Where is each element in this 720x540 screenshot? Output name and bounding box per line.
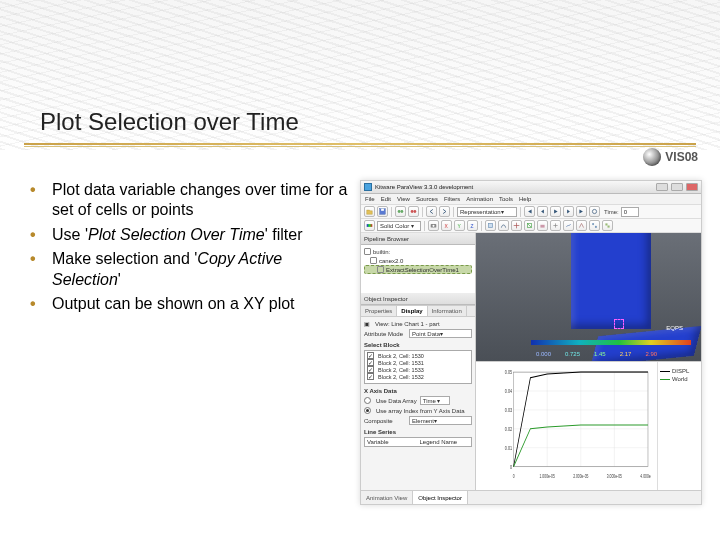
disconnect-button[interactable] <box>408 206 419 217</box>
svg-rect-1 <box>381 209 384 211</box>
app-icon <box>364 183 372 191</box>
filter-clip-button[interactable] <box>511 220 522 231</box>
col-legend: Legend Name <box>420 439 470 445</box>
menu-file[interactable]: File <box>365 196 375 202</box>
filter-threshold-button[interactable] <box>537 220 548 231</box>
logo-orb-icon <box>643 148 661 166</box>
filter-warp-button[interactable] <box>576 220 587 231</box>
svg-text:1.000e-05: 1.000e-05 <box>540 473 556 479</box>
block-checkbox[interactable] <box>367 359 374 366</box>
vcr-play-button[interactable] <box>550 206 561 217</box>
block-list[interactable]: Block 2, Cell: 1530Block 2, Cell: 1531Bl… <box>364 350 472 384</box>
filter-group-button[interactable] <box>589 220 600 231</box>
title-divider <box>24 143 696 149</box>
menu-help[interactable]: Help <box>519 196 531 202</box>
tab-properties[interactable]: Properties <box>361 306 397 316</box>
bullet-item: •Plot data variable changes over time fo… <box>30 180 355 221</box>
filter-extract-button[interactable] <box>602 220 613 231</box>
svg-point-18 <box>595 226 597 228</box>
y-axis-button[interactable]: Y <box>454 220 465 231</box>
menu-tools[interactable]: Tools <box>499 196 513 202</box>
block-item[interactable]: Block 2, Cell: 1533 <box>367 366 469 373</box>
vcr-prev-button[interactable] <box>537 206 548 217</box>
visibility-icon[interactable] <box>364 248 371 255</box>
filter-calc-button[interactable] <box>485 220 496 231</box>
reset-camera-button[interactable] <box>428 220 439 231</box>
selection-marker <box>614 319 624 329</box>
block-item[interactable]: Block 2, Cell: 1531 <box>367 359 469 366</box>
redo-button[interactable] <box>439 206 450 217</box>
bullet-item: •Output can be shown on a XY plot <box>30 294 355 314</box>
attribute-mode-dropdown[interactable]: Point Data ▾ <box>409 329 472 338</box>
vcr-next-button[interactable] <box>563 206 574 217</box>
block-checkbox[interactable] <box>367 366 374 373</box>
pipeline-browser-title: Pipeline Browser <box>361 233 475 245</box>
block-checkbox[interactable] <box>367 352 374 359</box>
visibility-icon[interactable] <box>370 257 377 264</box>
menu-sources[interactable]: Sources <box>416 196 438 202</box>
filter-glyph-button[interactable] <box>550 220 561 231</box>
block-item[interactable]: Block 2, Cell: 1532 <box>367 373 469 380</box>
minimize-button[interactable] <box>656 183 668 191</box>
bottom-tab[interactable]: Animation View <box>361 491 413 504</box>
color-array-dropdown[interactable]: Solid Color ▾ <box>377 221 421 231</box>
xaxis-index-radio[interactable] <box>364 407 371 414</box>
bullet-list: •Plot data variable changes over time fo… <box>30 180 355 319</box>
bullet-item: •Use 'Plot Selection Over Time' filter <box>30 225 355 245</box>
xaxis-dataarray-radio[interactable] <box>364 397 371 404</box>
z-axis-button[interactable]: Z <box>467 220 478 231</box>
right-column: EQPS 0.0000.7251.452.172.90 00.010.020.0… <box>476 233 701 493</box>
svg-rect-20 <box>608 226 610 228</box>
pipeline-item[interactable]: builtin: <box>364 247 472 256</box>
representation-dropdown[interactable]: Representation ▾ <box>457 207 517 217</box>
slide-title: Plot Selection over Time <box>40 108 299 136</box>
visibility-icon[interactable] <box>377 266 384 273</box>
paraview-window: Kitware ParaView 3.3.0 development FileE… <box>360 180 702 505</box>
pipeline-item[interactable]: ExtractSelectionOverTime1 <box>364 265 472 274</box>
svg-text:4.000e-05: 4.000e-05 <box>640 473 651 479</box>
vcr-last-button[interactable] <box>576 206 587 217</box>
composite-dropdown[interactable]: Element ▾ <box>409 416 472 425</box>
svg-point-17 <box>592 223 594 225</box>
undo-button[interactable] <box>426 206 437 217</box>
time-field[interactable]: 0 <box>621 207 639 217</box>
menu-animation[interactable]: Animation <box>466 196 493 202</box>
menu-filters[interactable]: Filters <box>444 196 460 202</box>
conference-logo: VIS08 <box>643 148 698 166</box>
filter-stream-button[interactable] <box>563 220 574 231</box>
vcr-first-button[interactable] <box>524 206 535 217</box>
save-button[interactable] <box>377 206 388 217</box>
x-axis-button[interactable]: X <box>441 220 452 231</box>
block-item[interactable]: Block 2, Cell: 1530 <box>367 352 469 359</box>
color-by-button[interactable] <box>364 220 375 231</box>
attribute-mode-label: Attribute Mode <box>364 331 406 337</box>
filter-contour-button[interactable] <box>498 220 509 231</box>
composite-label: Composite <box>364 418 406 424</box>
xy-chart-view[interactable]: 00.010.020.030.040.0501.000e-052.000e-05… <box>476 361 701 493</box>
xaxis-array-dropdown[interactable]: Time ▾ <box>420 396 450 405</box>
tab-display[interactable]: Display <box>397 306 427 316</box>
bottom-tab[interactable]: Object Inspector <box>413 491 468 504</box>
menu-edit[interactable]: Edit <box>381 196 391 202</box>
x-axis-data-label: X Axis Data <box>364 388 472 394</box>
legend-item: World <box>660 376 699 382</box>
toolbar-row-1: Representation ▾ Time: 0 <box>361 205 701 219</box>
tab-information[interactable]: Information <box>428 306 467 316</box>
block-checkbox[interactable] <box>367 373 374 380</box>
connect-button[interactable] <box>395 206 406 217</box>
filter-slice-button[interactable] <box>524 220 535 231</box>
svg-text:3.000e-05: 3.000e-05 <box>607 473 623 479</box>
bullet-item: •Make selection and 'Copy Active Selecti… <box>30 249 355 290</box>
svg-text:Y: Y <box>457 224 461 229</box>
close-button[interactable] <box>686 183 698 191</box>
maximize-button[interactable] <box>671 183 683 191</box>
vcr-loop-button[interactable] <box>589 206 600 217</box>
menu-view[interactable]: View <box>397 196 410 202</box>
pipeline-item[interactable]: canex2.0 <box>364 256 472 265</box>
object-inspector-title: Object Inspector <box>361 293 475 305</box>
line-series-label: Line Series <box>364 429 472 435</box>
object-inspector: PropertiesDisplayInformation ▣View: Line… <box>361 305 475 493</box>
open-button[interactable] <box>364 206 375 217</box>
3d-view[interactable]: EQPS 0.0000.7251.452.172.90 <box>476 233 701 361</box>
svg-point-2 <box>398 210 401 213</box>
